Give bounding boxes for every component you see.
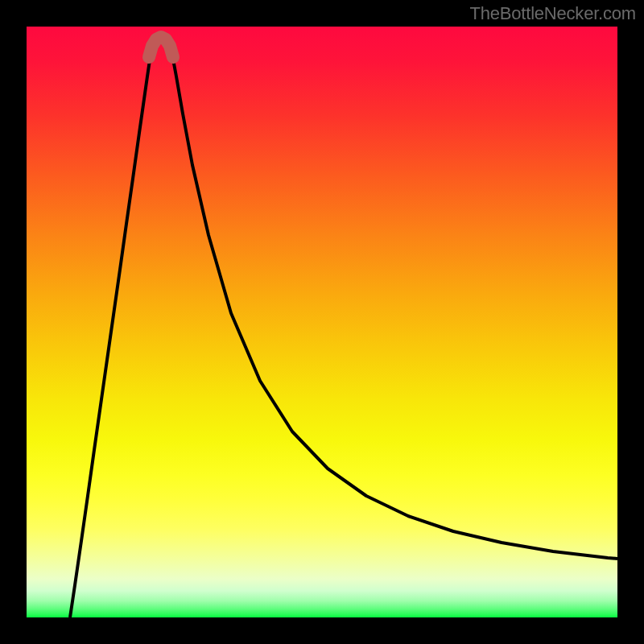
chart-outer-frame: TheBottleNecker.com — [0, 0, 644, 644]
credit-text: TheBottleNecker.com — [469, 3, 636, 24]
chart-background — [27, 27, 617, 617]
chart-svg — [27, 27, 617, 617]
chart-plot-area — [27, 27, 617, 617]
